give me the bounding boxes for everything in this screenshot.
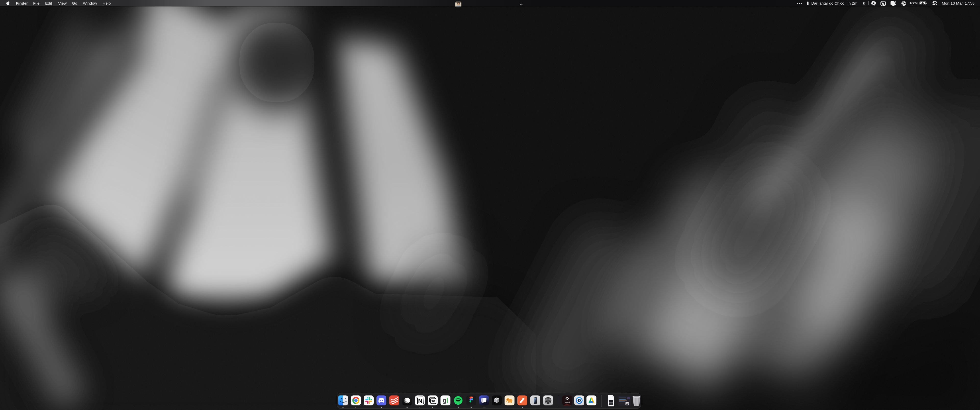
svg-text:g: g xyxy=(443,397,447,404)
svg-text:10: 10 xyxy=(431,399,435,403)
svg-text:raycast: raycast xyxy=(565,401,570,403)
svg-text:11: 11 xyxy=(627,404,628,405)
